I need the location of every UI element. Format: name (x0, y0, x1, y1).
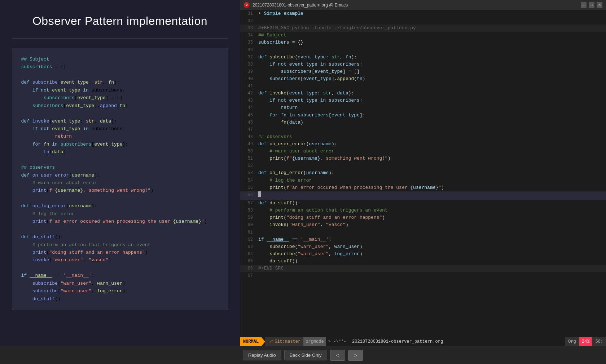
editor-line: 62 if __name__ == '__main__': (240, 236, 606, 243)
editor-line: 64 subscribe("warn_user", log_error) (240, 250, 606, 258)
minimize-button[interactable]: — (581, 2, 587, 8)
editor-line: 59 print("doing stuff and an error happe… (240, 214, 606, 221)
titlebar-text: 20210728031801-observer_pattern.org @ Em… (252, 3, 348, 8)
titlebar-left: e 20210728031801-observer_pattern.org @ … (244, 2, 348, 8)
editor-line: 38 if not event_type in subscribers: (240, 61, 606, 68)
status-separator: > -\**- (326, 339, 348, 344)
editor-panel: e 20210728031801-observer_pattern.org @ … (240, 0, 606, 346)
editor-line: 43 if not event_type in subscribers: (240, 97, 606, 104)
editor-line: 53 def on_log_error(username): (240, 169, 606, 177)
emacs-icon: e (244, 2, 250, 8)
editor-line: 61 (240, 229, 606, 236)
editor-line: 52 (240, 162, 606, 169)
back-side-only-button[interactable]: Back Side Only (284, 350, 327, 360)
replay-audio-button[interactable]: Replay Audio (243, 350, 281, 360)
code-block: ## Subject subscribers = {} def subscrib… (12, 48, 228, 310)
prev-button[interactable]: < (330, 350, 345, 361)
status-line-col: 56: (592, 337, 606, 346)
editor-line: 65 do_stuff() (240, 258, 606, 265)
status-filename: 20210728031801-observer_pattern.org (348, 339, 565, 344)
editor-line: 58 # perform an action that triggers an … (240, 207, 606, 214)
editor-line: 57 def do_stuff(): (240, 200, 606, 207)
presentation-panel: Observer Pattern implementation ## Subje… (0, 0, 240, 346)
editor-line-active: 56 (240, 191, 606, 200)
status-filetype: Org (565, 337, 579, 346)
editor-line: 54 # log the error (240, 177, 606, 184)
slide-divider (12, 39, 228, 39)
titlebar-controls[interactable]: — □ ✕ (581, 2, 602, 8)
editor-line: 31 • Simple example (240, 10, 606, 17)
editor-line: 44 return (240, 104, 606, 111)
status-percent: 24% (579, 337, 593, 346)
status-arrow-icon (262, 337, 265, 346)
editor-content: 31 • Simple example 32 33 #+BEGIN_SRC py… (240, 10, 606, 346)
maximize-button[interactable]: □ (589, 2, 594, 8)
next-button[interactable]: > (348, 350, 363, 361)
close-button[interactable]: ✕ (597, 2, 602, 8)
status-git-branch: ⎇ Git:master (265, 337, 303, 346)
editor-line: 48 ## observers (240, 133, 606, 141)
editor-line: 36 (240, 46, 606, 54)
slide-title: Observer Pattern implementation (32, 14, 207, 28)
status-mode: NORMAL (240, 337, 262, 346)
editor-line: 45 for fn in subscribers[event_type]: (240, 112, 606, 119)
editor-line: 50 # warn user about error (240, 148, 606, 155)
editor-line: 46 fn(data) (240, 119, 606, 126)
editor-line: 55 print(f"an error occured when process… (240, 184, 606, 191)
code-content: ## Subject subscribers = {} def subscrib… (21, 56, 219, 303)
editor-line: 41 (240, 83, 606, 90)
editor-line: 66 #+END_SRC (240, 265, 606, 272)
editor-line: 42 def invoke(event_type: str, data): (240, 90, 606, 97)
editor-line: 34 ## Subject (240, 32, 606, 39)
editor-line: 63 subscribe("warn_user", warn_user) (240, 243, 606, 250)
editor-line: 35 subscribers = {} (240, 39, 606, 46)
editor-line: 49 def on_user_error(username): (240, 141, 606, 148)
editor-line: 32 (240, 17, 606, 25)
editor-titlebar: e 20210728031801-observer_pattern.org @ … (240, 0, 606, 10)
editor-line: 67 (240, 272, 606, 279)
status-bar: NORMAL ⎇ Git:master orgmode > -\**- 2021… (240, 337, 606, 346)
editor-line: 39 subscribers[event_type] = [] (240, 68, 606, 75)
editor-line: 33 #+BEGIN_SRC python :tangle ./tangles/… (240, 25, 606, 32)
editor-line: 47 (240, 126, 606, 133)
editor-line: 60 invoke("warn_user", "vasco") (240, 221, 606, 228)
bottom-bar: Replay Audio Back Side Only < > (0, 346, 606, 364)
editor-line: 51 print(f"{username}, something went wr… (240, 155, 606, 162)
status-orgmode: orgmode (303, 337, 326, 346)
line-container[interactable]: 31 • Simple example 32 33 #+BEGIN_SRC py… (240, 10, 606, 337)
editor-line: 40 subscribers[event_type].append(fn) (240, 75, 606, 83)
editor-line: 37 def subscribe(event_type: str, fn): (240, 54, 606, 61)
git-branch-icon: ⎇ (268, 339, 273, 345)
